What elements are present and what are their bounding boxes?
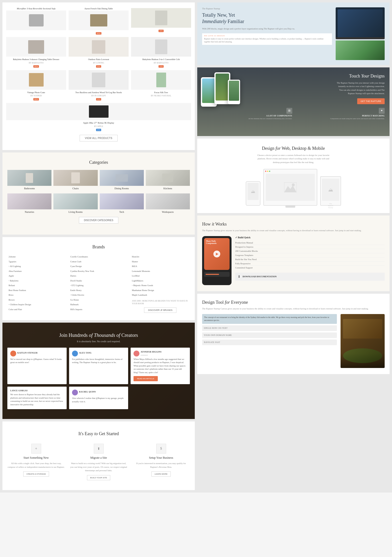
brand-item: Brown xyxy=(9,298,65,303)
started-title-1: Start Something New xyxy=(7,456,65,460)
product-image xyxy=(69,37,129,57)
category-item-kitchens[interactable]: Kitchens xyxy=(146,170,190,190)
play-button-icon: ▶ xyxy=(213,251,220,257)
brands-title: Brands xyxy=(7,244,190,250)
product-badge: NEW xyxy=(33,65,39,68)
brand-item: Cotton Craft xyxy=(70,259,127,264)
brand-item: Manhattan Home Design xyxy=(132,288,189,293)
build-item: Build the Site You Need xyxy=(235,257,385,262)
rapture-desc: With 200 blocks, magic design and a perf… xyxy=(202,27,332,30)
product-name: Focus Silk Tree xyxy=(131,91,191,94)
brand-item: Children Inspire Design xyxy=(9,302,65,307)
category-image-kitchens xyxy=(146,170,190,186)
category-image-chairs xyxy=(53,170,98,186)
how-works-headline: How it Works xyxy=(202,222,385,227)
feature-desc-2: Components are made using the same style… xyxy=(295,118,385,120)
concept-card-3: NAVIGATE FAST xyxy=(202,340,337,345)
brand-item: ET2 Lighting xyxy=(70,283,127,288)
how-it-works-section: How it Works The Rapture Startup gives a… xyxy=(197,215,390,291)
concept-cards: The concept of our restaurant is to brin… xyxy=(202,314,337,368)
testimonial-text-2: For publishers who favor thoughtful, imm… xyxy=(72,358,125,364)
product-card: Aaron French Oak Dining Table NEW xyxy=(69,7,129,35)
product-card: Outdoor Patio Loveseat BY LOWING 25% xyxy=(69,37,129,68)
product-image xyxy=(69,11,129,30)
brands-col-1: 2xhome 7gypsies All Lighting Abra Furnit… xyxy=(7,254,67,313)
product-image xyxy=(6,103,191,120)
testimonial-card-5: RACHEL QUINN Also wherein I realize that… xyxy=(69,387,128,409)
product-badge: 25% xyxy=(96,65,101,68)
product-name: Two Backless and Armless Wood Tri-Leg Ba… xyxy=(69,91,129,94)
category-item-nurseries[interactable]: Nurseries xyxy=(7,193,51,213)
feature-title-2: PERFECT MATCHING xyxy=(295,115,385,117)
category-label-bathrooms: Bathrooms xyxy=(7,187,51,190)
category-image-workspaces xyxy=(146,193,190,209)
product-brand: BY LOWING xyxy=(69,62,129,64)
brands-more-text: AND 2000+ MORE POPULAR BRANDS YOU WANT T… xyxy=(132,300,189,313)
create-storage-button[interactable]: CREATE A STORAGE xyxy=(23,471,49,477)
category-label-kitchens: Kitchens xyxy=(146,187,190,190)
start-new-icon: + xyxy=(31,444,41,454)
brand-item: Dartex xyxy=(70,274,127,278)
read-article-button[interactable]: READ AN ARTICLE xyxy=(134,376,158,381)
design-tool-content: The concept of our restaurant is to brin… xyxy=(202,314,385,368)
join-title: Join Hundreds of Thousands of Creators xyxy=(7,332,190,338)
migrate-icon: ⬆ xyxy=(94,444,104,454)
view-all-button[interactable]: VIEW ALL PRODUCTS xyxy=(80,135,118,141)
started-text-3: If you're interested in monetization, yo… xyxy=(132,462,190,469)
brand-item: LightMakers xyxy=(132,278,189,283)
brand-item: Lemonade Moments xyxy=(132,269,189,274)
discover-brands-button[interactable]: DISCOVER JF BRANDS xyxy=(144,307,176,313)
build-item: 200 Customizable Blocks xyxy=(235,249,385,253)
get-started-section: It's Easy to Get Started + Start Somethi… xyxy=(2,421,195,490)
started-item-new: + Start Something New All this with a si… xyxy=(7,444,65,480)
product-badge: 25% xyxy=(159,30,164,32)
category-item-chairs[interactable]: Chairs xyxy=(53,170,98,190)
product-image xyxy=(6,11,66,30)
product-badge: 25% xyxy=(96,129,101,131)
tablet-device-mockup: ⛰ TheRaptureStartup xyxy=(320,176,341,206)
brand-item: Hill's Imports xyxy=(70,307,127,312)
product-brand: BY BABYLETTO xyxy=(6,62,66,64)
product-grid: Microfiber 3-Seat Reversible Sectional S… xyxy=(6,7,191,35)
brand-item: Dwell Studio xyxy=(70,278,127,283)
laptop-mockup xyxy=(336,7,385,39)
user-name-5: RACHEL QUINN xyxy=(79,391,96,393)
get-rapture-button[interactable]: GET THE RAPTURE xyxy=(357,98,385,104)
categories-section: Categories Bathrooms xyxy=(2,152,195,235)
product-brand: BY IN CONCEPT xyxy=(69,95,129,97)
concept-card-2: YOUR OWN DOMAIN NAME xyxy=(202,332,337,338)
product-brand: BY NEARLY NATURAL xyxy=(131,95,191,97)
progress-bar xyxy=(204,272,230,277)
product-card: Apple iMac 27" Retina 5K Display BY APPL… xyxy=(6,103,191,131)
product-badge: NEW xyxy=(96,32,102,35)
devices-container: ⛰ xyxy=(202,169,385,206)
brand-item: Go Home xyxy=(70,298,127,303)
matching-icon: ✦ xyxy=(379,108,385,114)
build-site-button[interactable]: BUILD YOUR SITE xyxy=(87,475,110,480)
category-item-living[interactable]: Living Rooms xyxy=(53,193,98,213)
category-item-tech[interactable]: Tech xyxy=(100,193,144,213)
category-item-dining[interactable]: Dining Rooms xyxy=(100,170,144,190)
testimonials-grid: KAITLIN STENGER We've moved our shop to … xyxy=(7,348,190,409)
learn-more-button[interactable]: LEARN MORE xyxy=(151,471,171,477)
product-card: Two Backless and Armless Wood Tri-Leg Ba… xyxy=(69,70,129,101)
build-item: Designed to Impress xyxy=(235,245,385,249)
landscape-image xyxy=(336,40,385,60)
product-image xyxy=(6,37,66,57)
love-ui-label: WE LOVE UI DESIGN xyxy=(204,35,330,37)
svg-marker-1 xyxy=(284,186,296,192)
design-tool-desc: The Rapture Startup Canvas gives anyone … xyxy=(202,307,385,310)
brand-item: Apple xyxy=(9,274,65,278)
brand-item: Hunter xyxy=(132,259,189,264)
started-item-migrate: ⬆ Migrate a Site Want to build on a exis… xyxy=(70,444,127,480)
user-sub-3: GOOGLE xyxy=(141,354,161,356)
discover-categories-button[interactable]: DISCOVER CATEGORIES xyxy=(79,217,119,224)
category-image-bathrooms xyxy=(7,170,51,186)
product-card: Babyletto Hudson 3-drawer Changing Table… xyxy=(6,37,66,68)
brand-item: Abra Furniture xyxy=(9,269,65,274)
product-name: Babyletto Hudson 3-drawer Changing Table… xyxy=(6,58,66,61)
user-name-2: ALEX TANG xyxy=(79,352,92,354)
category-item-workspaces[interactable]: Workspaces xyxy=(146,193,190,213)
category-item-bathrooms[interactable]: Bathrooms xyxy=(7,170,51,190)
category-label-dining: Dining Rooms xyxy=(100,187,144,190)
